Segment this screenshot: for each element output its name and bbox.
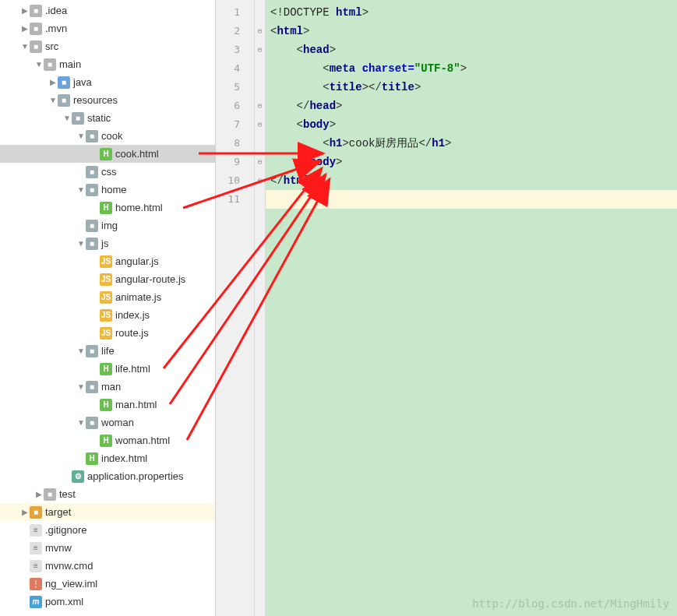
expand-arrow-icon[interactable] (48, 91, 58, 109)
fold-toggle-icon[interactable]: ⊖ (255, 40, 265, 59)
project-tree[interactable]: ■.idea■.mvn■src■main■java■resources■stat… (0, 0, 216, 616)
tree-item-label: .idea (45, 2, 72, 19)
fold-toggle-icon[interactable]: ⊖ (255, 153, 265, 171)
tree-item[interactable]: ■man (0, 378, 215, 396)
dir-res-icon: ■ (86, 417, 98, 429)
tree-item[interactable]: ■.mvn (0, 19, 215, 37)
tree-item[interactable]: JSangular.js (0, 252, 215, 270)
code-line[interactable] (266, 190, 677, 209)
tree-item[interactable]: JSanimate.js (0, 288, 215, 306)
tree-item[interactable]: Hlife.html (0, 360, 215, 378)
tree-item[interactable]: ≡mvnw.cmd (0, 557, 215, 575)
tree-item[interactable]: ■js (0, 234, 215, 252)
line-number: 8 (216, 134, 240, 153)
tree-item[interactable]: ⫴External Libraries (0, 611, 215, 616)
fold-toggle-icon[interactable]: ⊖ (255, 171, 265, 190)
expand-arrow-icon[interactable] (34, 55, 44, 73)
code-line[interactable]: <body> (266, 115, 677, 134)
tree-item[interactable]: ■woman (0, 414, 215, 431)
dir-res-icon: ■ (86, 166, 98, 178)
code-line[interactable]: <meta charset="UTF-8"> (266, 59, 677, 78)
expand-arrow-icon[interactable] (20, 37, 30, 55)
expand-arrow-icon[interactable] (76, 342, 86, 360)
tree-item[interactable]: ■resources (0, 91, 215, 109)
expand-arrow-icon[interactable] (76, 234, 86, 252)
expand-arrow-icon[interactable] (62, 109, 72, 127)
tree-item[interactable]: Hindex.html (0, 449, 215, 467)
tree-item[interactable]: Hcook.html (0, 145, 215, 163)
fold-spacer (255, 134, 265, 153)
tree-item-label: home (101, 181, 132, 199)
dir-res-icon: ■ (86, 130, 98, 143)
tree-item[interactable]: mpom.xml (0, 593, 215, 611)
code-line[interactable]: <!DOCTYPE html> (266, 3, 677, 22)
tree-item-label: man (101, 378, 125, 396)
tree-item[interactable]: ⚙application.properties (0, 467, 215, 485)
code-line[interactable]: </body> (266, 153, 677, 171)
tree-item-label: mvnw (45, 539, 76, 557)
tree-item-label: woman (101, 414, 139, 431)
fold-toggle-icon[interactable]: ⊖ (255, 115, 265, 134)
code-line[interactable]: <title></title> (266, 78, 677, 97)
tree-item[interactable]: Hhome.html (0, 199, 215, 216)
tree-item[interactable]: ■src (0, 37, 215, 55)
tree-item[interactable]: ■life (0, 342, 215, 360)
fold-toggle-icon[interactable]: ⊖ (255, 97, 265, 115)
expand-arrow-icon[interactable] (76, 378, 86, 396)
tree-item[interactable]: Hman.html (0, 396, 215, 414)
tree-item-label: animate.js (115, 288, 166, 306)
expand-arrow-icon[interactable] (76, 127, 86, 145)
code-line[interactable]: <head> (266, 40, 677, 59)
tree-item[interactable]: ≡.gitignore (0, 521, 215, 539)
fold-gutter[interactable]: ⊖⊖⊖⊖⊖⊖ (255, 0, 266, 616)
html-icon: H (100, 363, 112, 375)
tree-item-label: External Libraries (31, 611, 115, 616)
tree-item[interactable]: ■cook (0, 127, 215, 145)
js-icon: JS (100, 291, 112, 304)
tree-item[interactable]: ■main (0, 55, 215, 73)
tree-item-label: test (59, 485, 80, 503)
expand-arrow-icon[interactable] (6, 611, 16, 616)
tree-item[interactable]: ■css (0, 163, 215, 181)
file-icon: ≡ (30, 542, 42, 554)
tree-item[interactable]: JSangular-route.js (0, 270, 215, 288)
code-line[interactable]: <h1>cook厨房用品</h1> (266, 134, 677, 153)
expand-arrow-icon[interactable] (20, 19, 30, 37)
dir-gray-icon: ■ (30, 23, 42, 35)
code-area[interactable]: <!DOCTYPE html><html> <head> <meta chars… (266, 0, 677, 616)
line-number: 10 (216, 171, 240, 190)
tree-item[interactable]: ■test (0, 485, 215, 503)
tree-item[interactable]: ■img (0, 216, 215, 234)
tree-item[interactable]: ≡mvnw (0, 539, 215, 557)
tree-item-label: angular-route.js (115, 270, 190, 288)
tree-item[interactable]: ■.idea (0, 2, 215, 19)
fold-toggle-icon[interactable]: ⊖ (255, 22, 265, 40)
expand-arrow-icon[interactable] (76, 414, 86, 431)
expand-arrow-icon[interactable] (20, 2, 30, 19)
fold-spacer (255, 78, 265, 97)
tree-item[interactable]: ⋮ng_view.iml (0, 575, 215, 593)
tree-item[interactable]: ■java (0, 73, 215, 91)
tree-item[interactable]: JSroute.js (0, 324, 215, 342)
fold-spacer (255, 3, 265, 22)
code-line[interactable]: </html> (266, 171, 677, 190)
line-number: 3 (216, 40, 240, 59)
tree-item[interactable]: ■home (0, 181, 215, 199)
tree-item-label: resources (73, 91, 122, 109)
tree-item[interactable]: ■static (0, 109, 215, 127)
tree-item-label: index.js (115, 306, 154, 324)
expand-arrow-icon[interactable] (48, 73, 58, 91)
tree-item-label: js (101, 234, 113, 252)
code-line[interactable]: <html> (266, 22, 677, 40)
tree-item[interactable]: ■target (0, 503, 215, 521)
expand-arrow-icon[interactable] (20, 503, 30, 521)
html-icon: H (100, 202, 112, 214)
tree-item[interactable]: Hwoman.html (0, 431, 215, 449)
code-line[interactable]: </head> (266, 97, 677, 115)
js-icon: JS (100, 255, 112, 268)
expand-arrow-icon[interactable] (76, 181, 86, 199)
expand-arrow-icon[interactable] (34, 485, 44, 503)
tree-item[interactable]: JSindex.js (0, 306, 215, 324)
tree-item-label: main (59, 55, 86, 73)
tree-item-label: java (73, 73, 97, 91)
